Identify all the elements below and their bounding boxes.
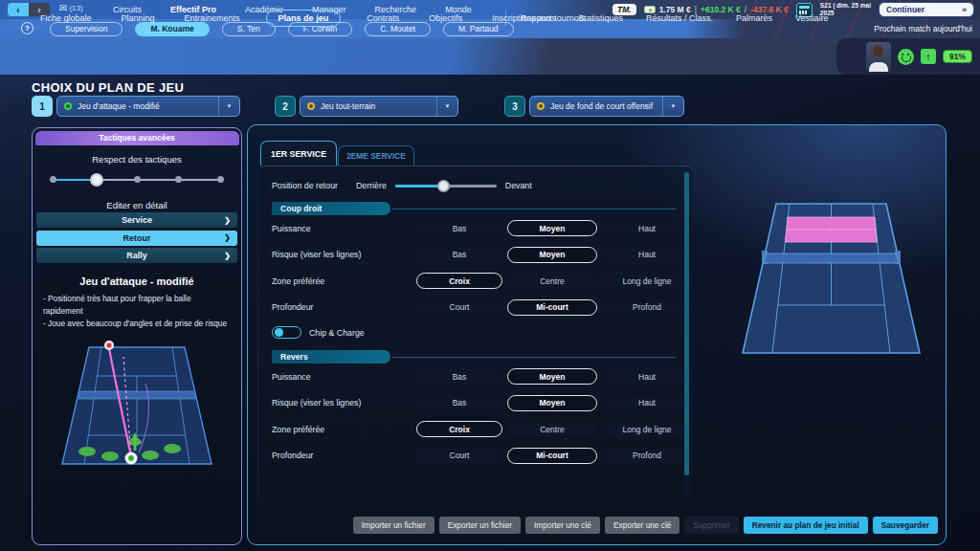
plan-status-dot xyxy=(307,102,315,110)
option-button[interactable]: Long de ligne xyxy=(602,274,692,288)
tab-entrainements[interactable]: Entrainements xyxy=(181,11,244,26)
option-button[interactable]: Long de ligne xyxy=(602,422,692,436)
option-button[interactable]: Centre xyxy=(507,274,597,288)
save-button[interactable]: Sauvegarder xyxy=(873,517,938,534)
tab-resultats[interactable]: Résultats / Class. xyxy=(646,13,713,23)
help-icon[interactable]: ? xyxy=(21,22,33,34)
player-avatar xyxy=(866,42,891,72)
revert-plan-button[interactable]: Revenir au plan de jeu initial xyxy=(744,517,868,534)
footer-actions: Importer un fichier Exporter un fichier … xyxy=(353,517,938,534)
section-header-coup-droit: Coup droit xyxy=(272,202,676,215)
plan-2-dropdown[interactable]: Jeu tout-terrain ▼ xyxy=(300,96,458,117)
slider-handle[interactable] xyxy=(90,173,103,187)
chevron-right-icon: ❯ xyxy=(224,233,231,242)
tactic-court-diagram xyxy=(51,336,223,477)
continue-button[interactable]: Continuer » xyxy=(879,2,974,17)
plan-select-row: 1 Jeu d'attaque - modifié ▼ 2 Jeu tout-t… xyxy=(0,96,980,117)
fitness-badge: 91% xyxy=(943,50,972,63)
tab-statistiques[interactable]: Statistiques xyxy=(579,13,624,23)
respect-tactics-slider[interactable] xyxy=(48,172,226,187)
option-button[interactable]: Profond xyxy=(602,300,692,315)
option-button[interactable]: Profond xyxy=(602,449,692,463)
next-match-label: Prochain match aujourd'hui xyxy=(874,24,972,33)
tab-contrats[interactable]: Contrats xyxy=(363,11,403,26)
scrollbar-thumb[interactable] xyxy=(684,172,689,475)
option-button[interactable]: Bas xyxy=(416,369,502,384)
tab-objectifs[interactable]: Objectifs xyxy=(425,11,466,26)
option-button[interactable]: Bas xyxy=(416,221,502,235)
section-tabbar xyxy=(0,38,980,75)
chevron-down-icon: ▼ xyxy=(436,97,457,116)
option-button-selected[interactable]: Moyen xyxy=(507,395,597,411)
advanced-tactics-panel: Tactiques avancées Respect des tactiques… xyxy=(32,127,242,545)
option-button[interactable]: Centre xyxy=(507,422,597,436)
plan-status-dot xyxy=(64,102,72,110)
plan-3-dropdown[interactable]: Jeu de fond de court offensif ▼ xyxy=(529,96,684,117)
option-row-puissance: Puissance Bas Moyen Haut xyxy=(272,364,676,390)
scrollbar[interactable] xyxy=(684,172,689,498)
option-button[interactable]: Haut xyxy=(602,248,692,262)
return-max-label: Devant xyxy=(505,181,532,190)
back-icon[interactable]: ‹ xyxy=(8,3,29,16)
chevrons-icon: » xyxy=(962,5,967,14)
plan-1-badge: 1 xyxy=(32,96,53,117)
import-file-button[interactable]: Importer un fichier xyxy=(353,517,434,534)
option-row-zone: Zone préférée Croix Centre Long de ligne xyxy=(272,416,676,443)
tab-plans-de-jeu[interactable]: Plans de jeu xyxy=(266,10,342,27)
plan-2-badge: 2 xyxy=(275,96,296,117)
chevron-right-icon: ❯ xyxy=(224,216,231,225)
delete-button: Supprimer xyxy=(684,517,738,534)
import-key-button[interactable]: Importer une clé xyxy=(525,517,600,534)
option-button-selected[interactable]: Mi-court xyxy=(507,299,597,316)
plan-slot-3: 3 Jeu de fond de court offensif ▼ xyxy=(504,96,684,117)
respect-tactics-label: Respect des tactiques xyxy=(33,154,241,165)
chip-and-charge-row: Chip & Charge xyxy=(272,320,676,344)
option-button[interactable]: Haut xyxy=(602,396,692,410)
tab-separator xyxy=(505,11,506,26)
plan-1-dropdown[interactable]: Jeu d'attaque - modifié ▼ xyxy=(56,96,240,117)
option-button[interactable]: Haut xyxy=(602,369,692,384)
section-header-revers: Revers xyxy=(272,350,676,364)
option-button-selected[interactable]: Moyen xyxy=(507,220,597,236)
sidebar-item-retour[interactable]: Retour❯ xyxy=(36,231,237,246)
player-status: ↑ 91% xyxy=(836,38,980,75)
return-position-label: Position de retour xyxy=(272,181,356,190)
plan-title: Jeu d'attaque - modifié xyxy=(33,276,241,287)
tab-fiche-globale[interactable]: Fiche globale xyxy=(36,11,96,26)
plan-status-dot xyxy=(537,102,545,110)
sidebar-header: Tactiques avancées xyxy=(35,131,239,145)
option-button[interactable]: Bas xyxy=(416,396,502,410)
return-min-label: Derrière xyxy=(356,181,387,190)
plan-description: - Positionné très haut pour frapper la b… xyxy=(43,293,231,330)
tab-planning[interactable]: Planning xyxy=(118,11,159,26)
option-button[interactable]: Bas xyxy=(416,248,502,262)
option-row-puissance: Puissance Bas Moyen Haut xyxy=(272,215,676,242)
return-position-row: Position de retour Derrière Devant xyxy=(272,175,676,196)
sidebar-item-rally[interactable]: Rally❯ xyxy=(36,248,237,263)
tab-palmares[interactable]: Palmarès xyxy=(736,13,772,23)
gameplan-panel: 1ER SERVICE 2EME SERVICE Position de ret… xyxy=(247,124,947,545)
option-button[interactable]: Court xyxy=(416,449,502,463)
return-position-slider[interactable] xyxy=(395,179,497,192)
tab-vestiaire[interactable]: Vestiaire xyxy=(795,13,829,23)
option-button[interactable]: Court xyxy=(416,300,502,315)
slider-handle[interactable] xyxy=(437,180,450,192)
tab-1er-service[interactable]: 1ER SERVICE xyxy=(260,141,337,165)
chevron-down-icon: ▼ xyxy=(662,97,683,116)
tab-rapports[interactable]: Rapports xyxy=(521,13,556,23)
export-file-button[interactable]: Exporter un fichier xyxy=(439,517,521,534)
option-button[interactable]: Haut xyxy=(602,221,692,235)
sidebar-item-service[interactable]: Service❯ xyxy=(36,212,237,228)
tabs-right: Rapports Statistiques Résultats / Class.… xyxy=(521,0,829,36)
chip-and-charge-toggle[interactable] xyxy=(272,326,301,339)
target-zone-court-diagram xyxy=(728,188,937,370)
option-button-selected[interactable]: Mi-court xyxy=(507,448,597,464)
option-button-selected[interactable]: Moyen xyxy=(507,247,597,263)
option-button-selected[interactable]: Moyen xyxy=(507,368,597,385)
option-button-selected[interactable]: Croix xyxy=(416,421,502,437)
chevron-right-icon: ❯ xyxy=(224,252,231,260)
rank-up-arrow-icon[interactable]: ↑ xyxy=(921,49,936,64)
option-button-selected[interactable]: Croix xyxy=(416,273,502,289)
export-key-button[interactable]: Exporter une clé xyxy=(605,517,679,534)
tab-2eme-service[interactable]: 2EME SERVICE xyxy=(338,145,414,165)
